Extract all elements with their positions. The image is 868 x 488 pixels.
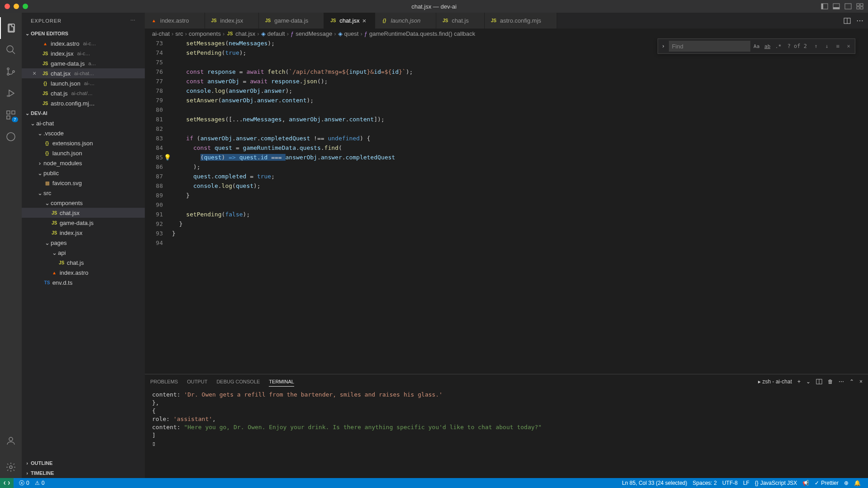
more-icon[interactable]: ⋯	[856, 16, 863, 25]
debug-console-tab[interactable]: DEBUG CONSOLE	[216, 377, 260, 386]
code-content[interactable]: setMessages(newMessages); setPending(tru…	[172, 38, 868, 374]
open-editor-item[interactable]: ×JSastro.config.mj…	[22, 98, 145, 108]
panel-bottom-icon[interactable]	[833, 3, 840, 10]
regex-icon[interactable]: .*	[774, 42, 783, 51]
code-editor[interactable]: 73747576777879808182838485💡8687888990919…	[145, 38, 868, 374]
close-panel-icon[interactable]: ×	[859, 378, 863, 385]
tree-file[interactable]: JS chat.jsx	[22, 208, 145, 218]
tab[interactable]: JSastro.config.mjs×	[485, 13, 557, 29]
accounts[interactable]	[0, 430, 22, 452]
edge-view[interactable]	[0, 126, 22, 148]
breadcrumb-item[interactable]: components	[189, 30, 221, 37]
open-editor-item[interactable]: ×{}launch.jsonai-…	[22, 78, 145, 88]
tab[interactable]: JSchat.jsx×	[324, 13, 375, 29]
maximize-window[interactable]	[23, 4, 28, 9]
breadcrumb-item[interactable]: ai-chat	[152, 30, 170, 37]
tree-file[interactable]: JS chat.js	[22, 258, 145, 268]
terminal-dropdown-icon[interactable]: ⌄	[806, 378, 811, 385]
breadcrumb-item[interactable]: gameRuntimeData.quests.find() callback	[369, 30, 475, 37]
tab[interactable]: JSchat.js×	[436, 13, 485, 29]
language-mode[interactable]: {} JavaScript JSX	[752, 480, 800, 486]
open-editor-item[interactable]: ×JSchat.jsai-chat/…	[22, 88, 145, 98]
match-word-icon[interactable]: ab	[763, 42, 772, 51]
chevron-right-icon[interactable]: ›	[660, 42, 667, 51]
close-window[interactable]	[5, 4, 10, 9]
open-editor-item[interactable]: ×▲index.astroai-c…	[22, 38, 145, 48]
feedback-icon[interactable]: ⊕	[841, 480, 851, 486]
open-editor-item[interactable]: ×JSgame-data.jsa…	[22, 58, 145, 68]
notifications-icon[interactable]: 🔔	[851, 480, 863, 486]
explorer-view[interactable]	[0, 17, 22, 39]
panel-right-icon[interactable]	[844, 3, 852, 10]
indentation[interactable]: Spaces: 2	[690, 480, 720, 486]
tree-file[interactable]: TS env.d.ts	[22, 277, 145, 287]
minimize-window[interactable]	[14, 4, 19, 9]
tree-file[interactable]: {} launch.json	[22, 148, 145, 158]
settings[interactable]	[0, 456, 22, 478]
eol[interactable]: LF	[740, 480, 752, 486]
new-terminal-icon[interactable]: +	[797, 378, 801, 385]
tab[interactable]: JSgame-data.js×	[259, 13, 324, 29]
tweet-icon[interactable]: 📢	[800, 480, 812, 486]
tree-file[interactable]: JS index.jsx	[22, 228, 145, 238]
prettier-status[interactable]: ✓ Prettier	[812, 480, 841, 486]
filter-icon[interactable]: ≡	[833, 42, 842, 51]
tab[interactable]: {}launch.json×	[375, 13, 436, 29]
split-icon[interactable]	[844, 17, 851, 24]
close-icon[interactable]: ×	[844, 42, 853, 51]
more-icon[interactable]: ⋯	[130, 18, 136, 24]
tree-file[interactable]: {} extensions.json	[22, 138, 145, 148]
tree-folder[interactable]: ⌄api	[22, 248, 145, 258]
more-icon[interactable]: ⋯	[839, 378, 844, 385]
errors-count[interactable]: ⓧ 0	[16, 479, 32, 487]
extensions-view[interactable]: 7	[0, 104, 22, 126]
project-header[interactable]: ⌄ DEV-AI	[22, 108, 145, 118]
next-match-icon[interactable]: ↓	[822, 42, 831, 51]
tree-folder[interactable]: ⌄.vscode	[22, 128, 145, 138]
source-control-view[interactable]	[0, 61, 22, 82]
split-terminal-icon[interactable]	[816, 378, 822, 385]
outline-header[interactable]: ›OUTLINE	[22, 458, 145, 468]
layout-icon[interactable]	[856, 3, 863, 10]
tree-file[interactable]: ▧ favicon.svg	[22, 178, 145, 188]
search-view[interactable]	[0, 39, 22, 61]
trash-icon[interactable]: 🗑	[828, 378, 833, 385]
open-editor-item[interactable]: ×JSchat.jsxai-chat…	[22, 68, 145, 78]
breadcrumb-item[interactable]: chat.jsx	[235, 30, 255, 37]
tree-folder[interactable]: ⌄public	[22, 168, 145, 178]
tree-folder[interactable]: ›node_modules	[22, 158, 145, 168]
find-input[interactable]	[669, 41, 750, 52]
debug-view[interactable]	[0, 82, 22, 104]
problems-tab[interactable]: PROBLEMS	[150, 377, 178, 386]
close-icon[interactable]: ×	[33, 70, 40, 77]
prev-match-icon[interactable]: ↑	[811, 42, 820, 51]
terminal-tab[interactable]: TERMINAL	[269, 377, 294, 387]
tree-folder[interactable]: ⌄components	[22, 198, 145, 208]
open-editor-item[interactable]: ×JSindex.jsxai-c…	[22, 48, 145, 58]
cursor-position[interactable]: Ln 85, Col 33 (24 selected)	[619, 480, 690, 486]
open-editors-header[interactable]: ⌄ OPEN EDITORS	[22, 29, 145, 38]
tab[interactable]: JSindex.jsx×	[205, 13, 259, 29]
match-case-icon[interactable]: Aa	[752, 42, 761, 51]
tree-folder[interactable]: ⌄ai-chat	[22, 118, 145, 128]
breadcrumb-item[interactable]: quest	[344, 30, 359, 37]
terminal-output[interactable]: content: 'Dr. Owen gets a refill from th…	[145, 389, 868, 478]
tab[interactable]: ▲index.astro×	[145, 13, 205, 29]
warnings-count[interactable]: ⚠ 0	[32, 480, 48, 486]
terminal-shell-label[interactable]: ▸ zsh - ai-chat	[758, 378, 792, 385]
output-tab[interactable]: OUTPUT	[187, 377, 207, 386]
close-icon[interactable]: ×	[362, 17, 369, 24]
timeline-header[interactable]: ›TIMELINE	[22, 468, 145, 478]
tree-file[interactable]: JS game-data.js	[22, 218, 145, 228]
maximize-panel-icon[interactable]: ⌃	[849, 378, 854, 385]
breadcrumbs[interactable]: ai-chat› src› components› JSchat.jsx› ◈d…	[145, 29, 868, 38]
breadcrumb-item[interactable]: default	[267, 30, 285, 37]
tree-folder[interactable]: ⌄pages	[22, 238, 145, 248]
breadcrumb-item[interactable]: src	[175, 30, 183, 37]
remote-indicator[interactable]	[0, 478, 14, 488]
tree-folder[interactable]: ⌄src	[22, 188, 145, 198]
panel-left-icon[interactable]	[821, 3, 828, 10]
tree-file[interactable]: ▲ index.astro	[22, 268, 145, 277]
breadcrumb-item[interactable]: sendMessage	[296, 30, 332, 37]
encoding[interactable]: UTF-8	[720, 480, 740, 486]
